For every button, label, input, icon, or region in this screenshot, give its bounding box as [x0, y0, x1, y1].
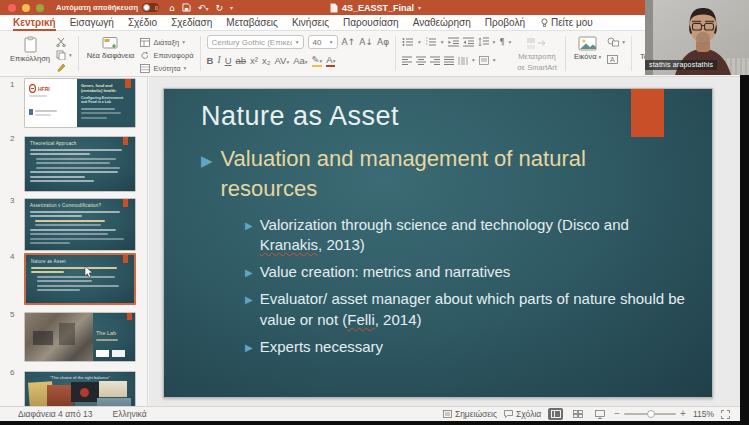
ribbon-tabs: Κεντρική Εισαγωγή Σχέδιο Σχεδίαση Μεταβά… [0, 15, 740, 31]
thumbnail-slide-1[interactable]: HFRI Genes, food and (metabolic) health:… [24, 78, 136, 128]
thumbnail-slide-2[interactable]: Theoretical Approach [24, 136, 136, 192]
grow-font-button[interactable]: A↑ [342, 37, 356, 47]
justify-button[interactable] [444, 56, 454, 65]
autosave-switch[interactable]: 0 [142, 3, 159, 12]
cut-button[interactable] [56, 36, 72, 48]
tab-design[interactable]: Σχεδίαση [171, 15, 212, 31]
picture-button[interactable]: Εικόνα ▾ [570, 35, 605, 63]
zoom-slider[interactable] [624, 413, 676, 415]
new-slide-button[interactable]: Νέα διαφάνεια [83, 35, 139, 62]
undo-icon[interactable]: ↶▾ [198, 3, 209, 13]
toolbar-more-icon[interactable]: ▾ [230, 4, 233, 11]
webcam-video-overlay[interactable]: stathis arapostathis [645, 0, 749, 75]
tab-view[interactable]: Προβολή [485, 15, 525, 31]
slide-thumbnail-panel: 1 HFRI Genes, food and (metabolic) heal [0, 77, 148, 406]
zoom-out-icon[interactable]: − [614, 409, 620, 419]
slide-bullet-experts: ▶ Experts necessary [245, 337, 685, 357]
current-slide-canvas[interactable]: Nature as Asset ▶ Valuation and manageme… [163, 88, 713, 398]
thumb3-title: Assetization v Commodification? [30, 203, 130, 208]
convert-smartart-button[interactable]: Μετατροπή σε SmartArt [513, 35, 561, 74]
character-spacing-button[interactable]: AV▾ [274, 55, 289, 66]
superscript-button[interactable]: x² [250, 55, 258, 66]
font-size-combo[interactable]: 40▾ [308, 35, 338, 49]
align-center-button[interactable] [416, 56, 426, 65]
thumbnail-slide-6[interactable]: “The choice of the right balance” [24, 371, 136, 406]
subscript-button[interactable]: x₂ [262, 55, 270, 66]
hfri-logo-icon [29, 84, 36, 93]
align-right-button[interactable] [430, 56, 440, 65]
text-direction-button[interactable]: ¶ [499, 38, 504, 47]
decrease-indent-button[interactable] [448, 37, 459, 47]
shapes-button[interactable]: ▾ [607, 36, 625, 48]
zoom-window-button[interactable] [36, 4, 44, 12]
copy-icon [56, 50, 66, 60]
tab-slideshow[interactable]: Παρουσίαση [343, 15, 399, 31]
layout-button[interactable]: Διάταξη▾ [140, 36, 193, 48]
format-painter-button[interactable] [56, 62, 72, 74]
paste-button[interactable]: Επικόλληση [6, 35, 54, 65]
increase-indent-button[interactable] [463, 37, 474, 47]
text-box-button[interactable]: A [607, 53, 625, 65]
notes-button[interactable]: Σημειώσεις [443, 409, 497, 419]
bold-button[interactable]: B [207, 55, 214, 66]
line-spacing-button[interactable] [478, 37, 489, 47]
tab-animations[interactable]: Κινήσεις [292, 15, 329, 31]
font-color-button[interactable]: A▾ [326, 54, 335, 67]
slide-accent-rectangle [631, 89, 664, 137]
font-group: Century Gothic (Επικεφ...▾ 40▾ A↑ A↓ Aφ … [205, 33, 392, 74]
shrink-font-button[interactable]: A↓ [359, 37, 373, 47]
minimize-window-button[interactable] [22, 4, 30, 12]
copy-button[interactable]: ▾ [56, 49, 72, 61]
section-button[interactable]: Ενότητα▾ [140, 62, 193, 74]
text-align-vertical-button[interactable] [479, 56, 489, 65]
thumb-number: 1 [10, 80, 14, 89]
clear-formatting-button[interactable]: Aφ [377, 37, 389, 47]
font-name-combo[interactable]: Century Gothic (Επικεφ...▾ [207, 35, 304, 49]
highlight-color-button[interactable]: ✎▾ [312, 54, 323, 67]
comments-button[interactable]: Σχόλια [504, 409, 541, 419]
slide-body[interactable]: ▶ Valuation and management of natural re… [201, 144, 681, 364]
normal-view-button[interactable] [548, 408, 563, 420]
numbering-button[interactable] [425, 37, 437, 47]
align-left-button[interactable] [402, 56, 412, 65]
redo-icon[interactable]: ↻ [215, 3, 223, 13]
thumbnail-slide-3[interactable]: Assetization v Commodification? [24, 198, 136, 251]
home-icon[interactable]: ⌂ [169, 3, 175, 13]
pictures-group: Εικόνα ▾ ▾ A [570, 33, 627, 74]
section-icon [140, 64, 150, 73]
svg-text:A: A [610, 56, 615, 63]
fit-to-window-icon[interactable] [721, 410, 730, 419]
document-title[interactable]: 4S_EASST_Final [342, 3, 414, 13]
tab-insert[interactable]: Εισαγωγή [70, 15, 114, 31]
columns-button[interactable] [458, 56, 468, 65]
slide-title[interactable]: Nature as Asset [201, 101, 399, 132]
tab-transitions[interactable]: Μεταβάσεις [226, 15, 278, 31]
save-icon[interactable] [182, 3, 191, 12]
desktop-edge-bottom [0, 421, 749, 425]
tab-draw[interactable]: Σχέδιο [128, 15, 157, 31]
tell-me-button[interactable]: Πείτε μου [541, 17, 593, 28]
strikethrough-button[interactable]: ab [236, 55, 247, 66]
ribbon: Επικόλληση ▾ [0, 31, 740, 77]
zoom-in-icon[interactable]: + [680, 409, 686, 419]
autosave-toggle[interactable]: Αυτόματη αποθήκευση 0 [56, 3, 159, 12]
grid-view-icon [573, 410, 583, 418]
italic-button[interactable]: I [217, 55, 220, 65]
zoom-percentage[interactable]: 115% [693, 409, 714, 419]
thumbnail-slide-5[interactable]: The Lab [24, 312, 136, 362]
tab-home[interactable]: Κεντρική [13, 15, 56, 31]
language-indicator[interactable]: Ελληνικά [113, 409, 147, 419]
slideshow-view-button[interactable] [592, 408, 607, 420]
change-case-button[interactable]: Aa▾ [293, 55, 307, 66]
bullets-button[interactable] [402, 37, 414, 47]
underline-button[interactable]: U [225, 55, 232, 66]
title-chevron-icon[interactable]: ▾ [418, 4, 421, 11]
slide-sorter-view-button[interactable] [570, 408, 585, 420]
normal-view-icon [551, 410, 561, 418]
picture-icon [578, 36, 597, 51]
reset-button[interactable]: Επαναφορά [140, 49, 193, 61]
zoom-slider-knob[interactable] [647, 410, 655, 418]
thumbnail-slide-4-selected[interactable]: Nature as Asset [24, 253, 136, 305]
close-window-button[interactable] [8, 4, 16, 12]
tab-review[interactable]: Αναθεώρηση [413, 15, 471, 31]
